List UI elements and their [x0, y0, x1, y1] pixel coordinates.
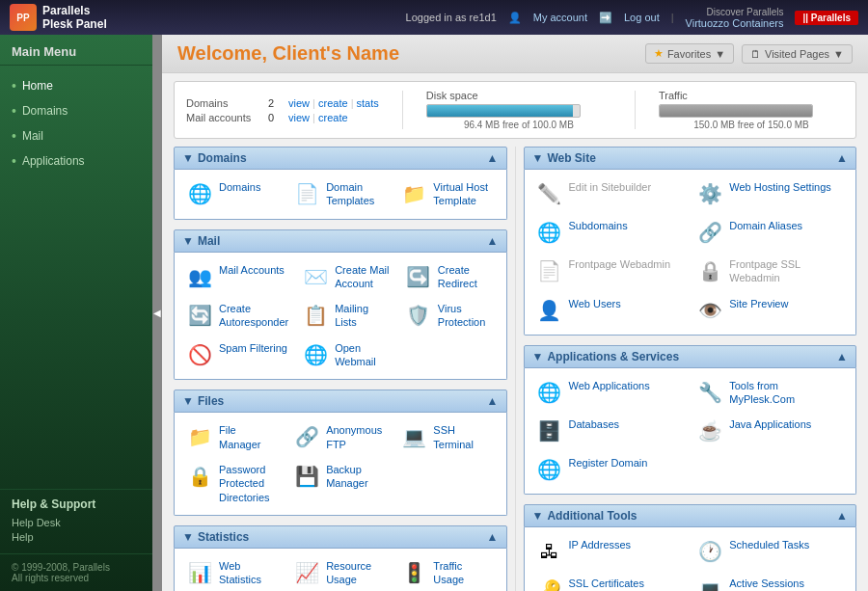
- disk-progress-fill: [427, 105, 574, 117]
- site-preview-item[interactable]: 👁️ Site Preview: [691, 292, 850, 329]
- sidebar-item-home[interactable]: Home: [0, 73, 152, 98]
- sidebar-title: Main Menu: [0, 35, 152, 66]
- domains-stats-link[interactable]: stats: [357, 97, 379, 109]
- domain-aliases-item[interactable]: 🔗 Domain Aliases: [691, 214, 850, 251]
- web-users-icon: 👤: [536, 297, 563, 324]
- domains-create-link[interactable]: create: [318, 97, 348, 109]
- web-hosting-settings-item[interactable]: ⚙️ Web Hosting Settings: [691, 175, 850, 212]
- scheduled-tasks-item[interactable]: 🕐 Scheduled Tasks: [691, 533, 850, 570]
- log-out-link[interactable]: Log out: [624, 12, 660, 23]
- edit-sitebuilder-item[interactable]: ✏️ Edit in Sitebuilder: [530, 175, 690, 212]
- header-actions: ★ Favorites ▼ 🗒 Visited Pages ▼: [645, 43, 853, 64]
- web-statistics-item[interactable]: 📊 Web Statistics: [180, 554, 285, 591]
- my-account-link[interactable]: My account: [533, 12, 587, 23]
- password-dir-item[interactable]: 🔒 Password Protected Directories: [180, 458, 285, 509]
- statistics-section-header[interactable]: ▼ Statistics ▲: [174, 525, 507, 549]
- sidebar-item-domains[interactable]: Domains: [0, 98, 152, 123]
- backup-manager-item[interactable]: 💾 Backup Manager: [287, 458, 393, 509]
- site-preview-icon: 👁️: [696, 297, 723, 324]
- content-area: Welcome, Client's Name ★ Favorites ▼ 🗒 V…: [162, 35, 868, 591]
- discover-label: Discover Parallels: [706, 7, 783, 17]
- sidebar-item-applications[interactable]: Applications: [0, 148, 152, 174]
- tools-myplesk-item[interactable]: 🔧 Tools from MyPlesk.Com: [691, 374, 850, 412]
- website-collapse-icon[interactable]: ▲: [836, 151, 848, 165]
- java-applications-item[interactable]: ☕ Java Applications: [691, 413, 850, 449]
- virus-protection-item[interactable]: 🛡️ Virus Protection: [399, 297, 501, 335]
- apps-collapse-icon[interactable]: ▲: [836, 350, 848, 363]
- virtuozzo-link[interactable]: Virtuozzo Containers: [686, 17, 784, 29]
- topbar: PP Parallels Plesk Panel Logged in as re…: [0, 0, 868, 35]
- create-autoresponder-item[interactable]: 🔄 Create Autoresponder: [180, 297, 294, 335]
- mail-accounts-item[interactable]: 👥 Mail Accounts: [180, 258, 294, 296]
- visited-pages-button[interactable]: 🗒 Visited Pages ▼: [742, 44, 853, 64]
- ssh-terminal-item[interactable]: 💻 SSH Terminal: [394, 418, 500, 456]
- domains-stat-row: Domains 2 view | create | stats: [186, 97, 379, 109]
- file-manager-item[interactable]: 📁 File Manager: [180, 418, 285, 456]
- apps-chevron-icon: ▼: [532, 350, 544, 363]
- hosting-icon: ⚙️: [696, 180, 723, 207]
- sidebar-item-mail[interactable]: Mail: [0, 123, 152, 148]
- domains-collapse-icon[interactable]: ▲: [487, 151, 499, 165]
- domains-item[interactable]: 🌐 Domains: [180, 175, 285, 213]
- mail-view-link[interactable]: view: [288, 112, 310, 123]
- redirect-icon: ↪️: [405, 263, 432, 290]
- tools-icon: 🔧: [696, 379, 723, 406]
- web-users-item[interactable]: 👤 Web Users: [530, 292, 690, 329]
- mail-collapse-icon[interactable]: ▲: [487, 234, 499, 248]
- web-site-section-header[interactable]: ▼ Web Site ▲: [524, 147, 857, 170]
- active-sessions-item[interactable]: 💻 Active Sessions: [691, 572, 850, 591]
- domains-view-link[interactable]: view: [288, 97, 310, 109]
- domain-templates-item[interactable]: 📄 Domain Templates: [287, 175, 393, 213]
- app-services-section: ▼ Applications & Services ▲ 🌐 Web Applic…: [524, 345, 857, 496]
- traffic-progress-fill: [660, 105, 812, 117]
- register-domain-item[interactable]: 🌐 Register Domain: [530, 451, 690, 488]
- vhost-icon: 📁: [400, 180, 427, 207]
- ip-addresses-item[interactable]: 🖧 IP Addresses: [530, 533, 690, 570]
- spam-filtering-item[interactable]: 🚫 Spam Filtering: [180, 336, 294, 374]
- sidebar: Main Menu Home Domains Mail Applications…: [0, 35, 152, 591]
- mail-section-header[interactable]: ▼ Mail ▲: [174, 229, 507, 253]
- traffic-usage-item[interactable]: 🚦 Traffic Usage: [394, 554, 500, 591]
- virtual-host-item[interactable]: 📁 Virtual Host Template: [394, 175, 500, 213]
- disk-label: Disk space: [426, 90, 611, 101]
- files-collapse-icon[interactable]: ▲: [487, 394, 499, 408]
- domains-section-header[interactable]: ▼ Domains ▲: [174, 147, 507, 170]
- web-hosting-settings-label: Web Hosting Settings: [729, 180, 831, 194]
- frontpage-webadmin-item[interactable]: 📄 Frontpage Webadmin: [530, 253, 690, 290]
- open-webmail-item[interactable]: 🌐 Open Webmail: [296, 336, 397, 374]
- databases-item[interactable]: 🗄️ Databases: [530, 413, 690, 449]
- mail-section: ▼ Mail ▲ 👥 Mail Accounts ✉️: [174, 229, 507, 381]
- app-services-section-header[interactable]: ▼ Applications & Services ▲: [524, 345, 857, 368]
- subdomains-item[interactable]: 🌐 Subdomains: [530, 214, 690, 251]
- help-desk-link[interactable]: Help Desk: [12, 517, 141, 528]
- globe-icon: 🌐: [186, 180, 213, 207]
- site-preview-label: Site Preview: [729, 297, 788, 310]
- mail-create-link[interactable]: create: [318, 112, 348, 123]
- resource-usage-item[interactable]: 📈 Resource Usage: [287, 554, 393, 591]
- mailing-lists-item[interactable]: 📋 Mailing Lists: [296, 297, 397, 335]
- anonymous-ftp-item[interactable]: 🔗 Anonymous FTP: [287, 418, 393, 456]
- databases-label: Databases: [569, 417, 620, 431]
- web-apps-icon: 🌐: [536, 379, 563, 406]
- mail-grid: 👥 Mail Accounts ✉️ Create Mail Account ↪…: [180, 258, 501, 374]
- ssl-certificates-item[interactable]: 🔑 SSL Certificates: [530, 572, 690, 591]
- web-site-section-body: ✏️ Edit in Sitebuilder ⚙️ Web Hosting Se…: [524, 170, 857, 336]
- virus-icon: 🛡️: [405, 302, 432, 329]
- tools-collapse-icon[interactable]: ▲: [836, 509, 848, 523]
- favorites-button[interactable]: ★ Favorites ▼: [645, 43, 734, 64]
- web-applications-label: Web Applications: [569, 379, 650, 392]
- sidebar-collapse[interactable]: ◀: [152, 35, 162, 591]
- frontpage-ssl-item[interactable]: 🔒 Frontpage SSL Webadmin: [691, 253, 850, 290]
- stats-collapse-icon[interactable]: ▲: [487, 530, 499, 544]
- statistics-grid: 📊 Web Statistics 📈 Resource Usage 🚦 Traf…: [180, 554, 501, 591]
- domains-stat-value: 2: [261, 97, 281, 109]
- web-applications-item[interactable]: 🌐 Web Applications: [530, 374, 690, 412]
- chevron-down-icon2: ▼: [833, 48, 844, 60]
- create-mail-item[interactable]: ✉️ Create Mail Account: [296, 258, 397, 296]
- additional-tools-header[interactable]: ▼ Additional Tools ▲: [524, 504, 857, 527]
- files-section-header[interactable]: ▼ Files ▲: [174, 390, 507, 413]
- statistics-section-title: ▼ Statistics: [182, 530, 249, 544]
- help-link[interactable]: Help: [12, 531, 141, 543]
- create-redirect-item[interactable]: ↪️ Create Redirect: [399, 258, 501, 296]
- spam-filtering-label: Spam Filtering: [219, 341, 287, 355]
